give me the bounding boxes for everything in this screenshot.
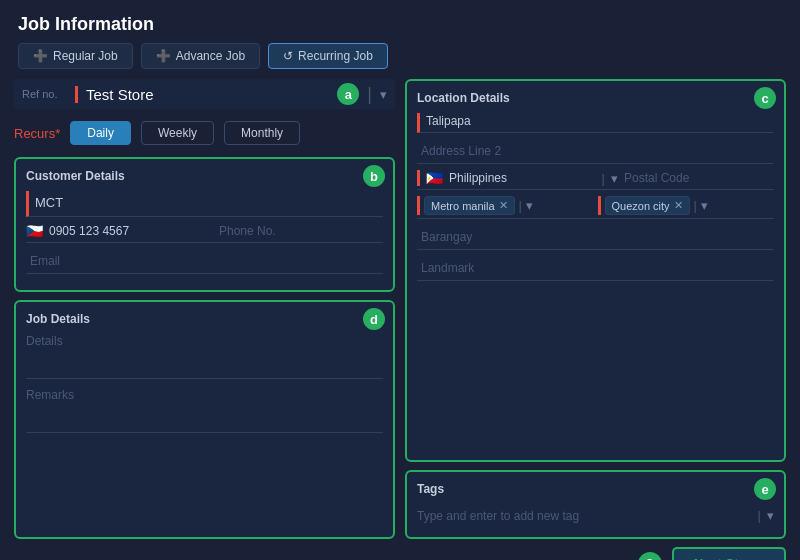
city-quezon-label: Quezon city <box>612 200 670 212</box>
job-details-section: Job Details d <box>14 300 395 539</box>
badge-e: e <box>754 478 776 500</box>
country-dropdown-arrow[interactable]: ▾ <box>611 171 618 186</box>
ref-divider: | <box>367 84 372 105</box>
country-divider: | <box>602 171 605 186</box>
landmark-input[interactable] <box>417 256 774 281</box>
badge-a: a <box>337 83 359 105</box>
advance-job-label: Advance Job <box>176 49 245 63</box>
tags-dropdown-arrow[interactable]: ▾ <box>767 508 774 523</box>
footer-row: 3 Next Step › <box>0 539 800 560</box>
phone-secondary-input[interactable] <box>219 224 383 238</box>
recurring-icon: ↺ <box>283 49 293 63</box>
page-header: Job Information ➕ Regular Job ➕ Advance … <box>0 0 800 79</box>
city2-dropdown-arrow[interactable]: ▾ <box>701 198 708 213</box>
next-step-button[interactable]: Next Step › <box>672 547 786 560</box>
country-row: 🇵🇭 Philippines | ▾ <box>417 170 774 190</box>
tags-input[interactable] <box>417 509 752 523</box>
city1-dropdown-arrow[interactable]: ▾ <box>526 198 533 213</box>
next-step-label: Next Step <box>694 556 754 560</box>
city-row: Metro manila ✕ | ▾ Quezon city ✕ | ▾ <box>417 196 774 219</box>
tags-title: Tags <box>417 482 774 496</box>
customer-flag: 🇨🇿 <box>26 223 43 239</box>
badge-c: c <box>754 87 776 109</box>
regular-job-label: Regular Job <box>53 49 118 63</box>
ref-dropdown-arrow[interactable]: ▾ <box>380 87 387 102</box>
city-row-divider2: | <box>694 198 697 213</box>
country-name: Philippines <box>449 171 596 185</box>
plus-icon-advance: ➕ <box>156 49 171 63</box>
city-quezon-remove[interactable]: ✕ <box>674 199 683 212</box>
badge-3: 3 <box>638 552 662 561</box>
left-panel: Ref no. Test Store a | ▾ Recurs* Daily W… <box>14 79 395 539</box>
remarks-textarea[interactable] <box>26 388 383 433</box>
tags-divider: | <box>758 508 761 523</box>
phone-row: 🇨🇿 <box>26 223 383 243</box>
ref-value: Test Store <box>75 86 329 103</box>
ref-row: Ref no. Test Store a | ▾ <box>14 79 395 109</box>
badge-d: d <box>363 308 385 330</box>
advance-job-button[interactable]: ➕ Advance Job <box>141 43 260 69</box>
page-title: Job Information <box>0 0 800 43</box>
customer-details-section: Customer Details b MCT 🇨🇿 <box>14 157 395 292</box>
phone-input[interactable] <box>49 224 213 238</box>
toolbar: ➕ Regular Job ➕ Advance Job ↺ Recurring … <box>0 43 800 79</box>
recurs-daily-button[interactable]: Daily <box>70 121 131 145</box>
job-details-title: Job Details <box>26 312 383 326</box>
recurring-job-label: Recurring Job <box>298 49 373 63</box>
badge-b: b <box>363 165 385 187</box>
recurs-weekly-button[interactable]: Weekly <box>141 121 214 145</box>
email-input[interactable] <box>26 249 383 274</box>
customer-section-title: Customer Details <box>26 169 383 183</box>
tags-section: Tags e | ▾ <box>405 470 786 539</box>
location-details-section: Location Details c 🇵🇭 Philippines | ▾ Me… <box>405 79 786 462</box>
plus-icon: ➕ <box>33 49 48 63</box>
regular-job-button[interactable]: ➕ Regular Job <box>18 43 133 69</box>
main-content: Ref no. Test Store a | ▾ Recurs* Daily W… <box>0 79 800 539</box>
customer-name: MCT <box>26 191 383 217</box>
address2-input[interactable] <box>417 139 774 164</box>
details-textarea[interactable] <box>26 334 383 379</box>
city-metro-tag: Metro manila ✕ <box>424 196 515 215</box>
recurs-monthly-button[interactable]: Monthly <box>224 121 300 145</box>
barangay-input[interactable] <box>417 225 774 250</box>
address1-input[interactable] <box>426 114 774 128</box>
city-row-divider: | <box>519 198 522 213</box>
city-metro-remove[interactable]: ✕ <box>499 199 508 212</box>
next-arrow-icon: › <box>760 556 764 560</box>
tags-row: | ▾ <box>417 504 774 527</box>
location-title: Location Details <box>417 91 774 105</box>
recurs-label: Recurs* <box>14 126 60 141</box>
city-quezon-tag: Quezon city ✕ <box>605 196 690 215</box>
right-panel: Location Details c 🇵🇭 Philippines | ▾ Me… <box>405 79 786 539</box>
recurring-job-button[interactable]: ↺ Recurring Job <box>268 43 388 69</box>
country-flag: 🇵🇭 <box>426 170 443 186</box>
recurs-row: Recurs* Daily Weekly Monthly <box>14 117 395 149</box>
postal-input[interactable] <box>624 171 774 185</box>
ref-label: Ref no. <box>22 88 67 100</box>
city-metro-label: Metro manila <box>431 200 495 212</box>
